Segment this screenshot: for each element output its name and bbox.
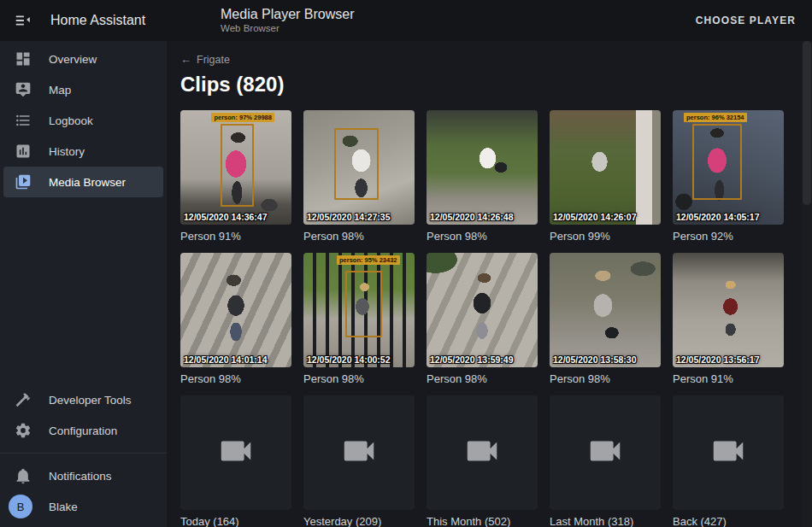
sidebar-item-label: Logbook (49, 114, 93, 127)
clip-item[interactable]: 12/05/2020 14:27:35Person 98% (303, 110, 415, 243)
scrollbar-track (802, 41, 812, 527)
media-player-title: Media Player Browser (221, 7, 355, 22)
folder-item-today-164-[interactable]: Today (164) (180, 395, 291, 527)
view-dashboard-icon (15, 50, 32, 67)
sidebar-tool-items: Developer ToolsConfiguration (0, 384, 167, 446)
clip-timestamp: 12/05/2020 14:00:52 (307, 354, 391, 365)
folder-label: Today (164) (180, 515, 291, 527)
clip-item[interactable]: 12/05/2020 13:58:30Person 98% (550, 253, 661, 385)
clip-timestamp: 12/05/2020 13:58:30 (553, 354, 637, 365)
folder-thumbnail[interactable] (550, 395, 661, 510)
clip-thumbnail[interactable]: person: 97% 2998812/05/2020 14:36:47 (180, 110, 291, 225)
clip-timestamp: 12/05/2020 14:26:07 (553, 212, 637, 222)
clip-thumbnail[interactable]: person: 96% 3215412/05/2020 14:05:17 (673, 110, 784, 225)
clip-thumbnail[interactable]: 12/05/2020 13:56:17 (673, 253, 784, 367)
scrollbar-thumb[interactable] (803, 41, 811, 205)
folder-thumbnail[interactable] (673, 395, 784, 510)
folder-item-last-month-318-[interactable]: Last Month (318) (550, 395, 661, 527)
user-name: Blake (49, 501, 78, 513)
clip-thumbnail[interactable]: 12/05/2020 14:26:07 (550, 110, 661, 225)
detection-bbox (334, 128, 379, 199)
clip-item[interactable]: 12/05/2020 13:59:49Person 98% (427, 253, 538, 385)
detection-label: person: 97% 29988 (211, 113, 274, 122)
folder-item-this-month-502-[interactable]: This Month (502) (427, 395, 538, 527)
menu-toggle-icon[interactable] (13, 10, 33, 31)
sidebar-item-label: Configuration (49, 425, 117, 437)
clip-timestamp: 12/05/2020 14:36:47 (184, 212, 268, 222)
sidebar-item-label: Map (49, 84, 71, 97)
hammer-icon (15, 391, 32, 408)
clip-label: Person 99% (550, 230, 661, 243)
sidebar-spacer (0, 197, 167, 384)
sidebar-item-label: Media Browser (49, 176, 126, 189)
clip-timestamp: 12/05/2020 13:56:17 (676, 354, 760, 365)
sidebar-item-label: Notifications (49, 470, 112, 483)
breadcrumb-label: Frigate (197, 54, 230, 66)
folders-grid: Today (164)Yesterday (209)This Month (50… (180, 395, 798, 527)
chart-box-icon (15, 143, 32, 160)
clip-thumbnail[interactable]: person: 95% 2343212/05/2020 14:00:52 (303, 253, 415, 367)
folder-label: Yesterday (209) (303, 515, 415, 527)
bell-icon (15, 467, 32, 484)
clip-thumbnail[interactable]: 12/05/2020 14:01:14 (180, 253, 291, 367)
clip-item[interactable]: person: 97% 2998812/05/2020 14:36:47Pers… (180, 110, 291, 243)
clip-timestamp: 12/05/2020 14:26:48 (430, 212, 514, 222)
clip-thumbnail[interactable]: 12/05/2020 13:58:30 (550, 253, 661, 367)
clip-item[interactable]: person: 95% 2343212/05/2020 14:00:52Pers… (303, 253, 415, 385)
sidebar-footer-items: Notifications (0, 460, 167, 491)
clip-label: Person 98% (427, 230, 538, 243)
sidebar-item-label: Overview (49, 53, 97, 66)
sidebar-item-developer-tools[interactable]: Developer Tools (3, 384, 163, 415)
sidebar-item-overview[interactable]: Overview (3, 44, 163, 74)
clip-timestamp: 12/05/2020 13:59:49 (430, 354, 514, 365)
video-camera-icon (339, 431, 379, 474)
folder-label: Back (427) (673, 515, 784, 527)
clip-label: Person 91% (180, 230, 291, 243)
detection-bbox (345, 271, 382, 337)
clip-thumbnail[interactable]: 12/05/2020 14:27:35 (303, 110, 415, 225)
sidebar-item-notifications[interactable]: Notifications (3, 460, 163, 491)
choose-player-button[interactable]: CHOOSE PLAYER (692, 9, 799, 32)
sidebar-user[interactable]: B Blake (3, 491, 163, 522)
sidebar: OverviewMapLogbookHistoryMedia Browser D… (0, 41, 167, 527)
folder-thumbnail[interactable] (427, 395, 538, 510)
sidebar-main-items: OverviewMapLogbookHistoryMedia Browser (0, 44, 167, 197)
app-title: Home Assistant (50, 13, 145, 28)
clip-label: Person 98% (427, 372, 538, 385)
folder-label: Last Month (318) (550, 515, 661, 527)
tooltip-account-icon (15, 81, 32, 98)
clip-item[interactable]: 12/05/2020 14:26:48Person 98% (427, 110, 538, 243)
clip-label: Person 91% (673, 372, 784, 385)
media-title-block: Media Player Browser Web Browser (221, 7, 355, 35)
detection-bbox (692, 124, 741, 199)
video-camera-icon (585, 431, 625, 474)
avatar: B (9, 495, 32, 518)
detection-label: person: 96% 32154 (684, 113, 747, 122)
clip-label: Person 98% (303, 372, 415, 385)
folder-label: This Month (502) (427, 515, 538, 527)
clip-item[interactable]: 12/05/2020 14:01:14Person 98% (180, 253, 291, 385)
sidebar-item-history[interactable]: History (3, 136, 163, 167)
page-title: Clips (820) (180, 73, 798, 97)
media-browser-content: ← Frigate Clips (820) person: 97% 299881… (167, 41, 812, 527)
sidebar-item-media-browser[interactable]: Media Browser (3, 167, 163, 197)
sidebar-item-logbook[interactable]: Logbook (3, 105, 163, 136)
clip-label: Person 98% (180, 372, 291, 385)
clip-item[interactable]: 12/05/2020 14:26:07Person 99% (550, 110, 661, 243)
folder-thumbnail[interactable] (303, 395, 415, 510)
clip-timestamp: 12/05/2020 14:05:17 (676, 212, 760, 222)
folder-item-yesterday-209-[interactable]: Yesterday (209) (303, 395, 415, 527)
clip-thumbnail[interactable]: 12/05/2020 13:59:49 (427, 253, 538, 367)
sidebar-item-configuration[interactable]: Configuration (3, 415, 163, 446)
clip-timestamp: 12/05/2020 14:27:35 (307, 212, 391, 222)
folder-item-back-427-[interactable]: Back (427) (673, 395, 784, 527)
breadcrumb[interactable]: ← Frigate (180, 53, 230, 66)
clip-thumbnail[interactable]: 12/05/2020 14:26:48 (427, 110, 538, 225)
sidebar-item-label: Developer Tools (49, 394, 132, 407)
sidebar-divider (0, 453, 167, 454)
folder-thumbnail[interactable] (180, 395, 291, 510)
clip-item[interactable]: person: 96% 3215412/05/2020 14:05:17Pers… (673, 110, 784, 243)
clip-item[interactable]: 12/05/2020 13:56:17Person 91% (673, 253, 784, 385)
sidebar-item-map[interactable]: Map (3, 74, 163, 105)
video-camera-icon (216, 431, 256, 474)
